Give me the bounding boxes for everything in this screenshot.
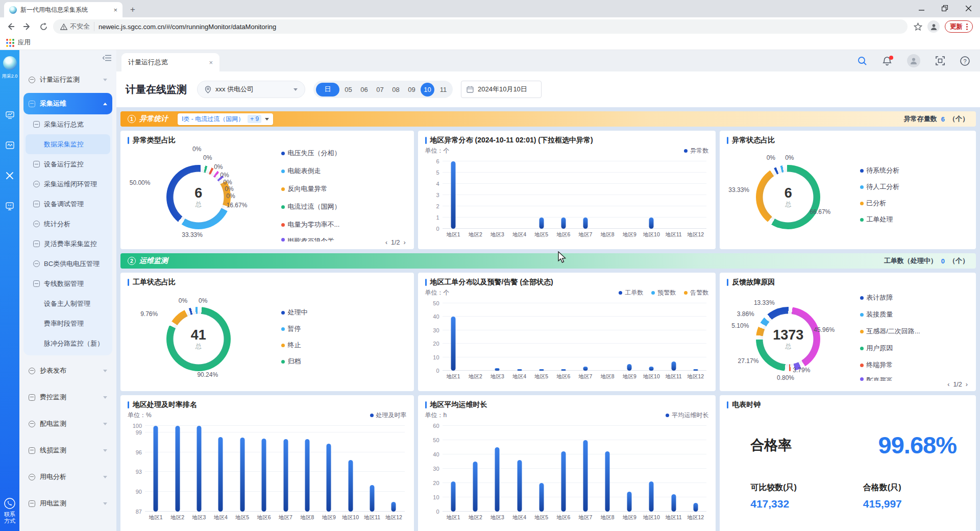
menu-item-icon — [33, 280, 40, 287]
fullscreen-icon[interactable] — [936, 56, 945, 65]
sidebar-item-1[interactable]: 数据采集监控 — [26, 134, 110, 154]
date-tab-08[interactable]: 08 — [389, 83, 403, 96]
date-tab-09[interactable]: 09 — [405, 83, 419, 96]
bookmark-star-icon[interactable] — [914, 22, 922, 31]
app-tab-active[interactable]: 计量运行总览 × — [121, 53, 219, 71]
sidebar-item-10[interactable]: 费率时段管理 — [26, 313, 110, 333]
date-tab-10[interactable]: 10 — [421, 83, 434, 96]
sidebar-item-0[interactable]: 采集运行总览 — [26, 114, 110, 134]
address-bar[interactable]: 不安全 neweic.js.sgcc.com.cn/#/com/runningM… — [53, 19, 908, 34]
rail-device-icon[interactable] — [6, 141, 14, 149]
donut-total-label: 总 — [785, 342, 791, 351]
date-tab-group: 日 05060708091011 — [313, 81, 453, 98]
apps-grid-icon[interactable] — [6, 39, 14, 47]
panel-fault-reason: 反馈故障原因 1373总13.33%3.86%5.10%27.17%0.80%3… — [720, 273, 976, 391]
bar-slot — [597, 161, 619, 229]
bar-地区12 — [693, 503, 698, 512]
rail-monitor-icon[interactable] — [6, 111, 14, 119]
bars — [443, 161, 707, 229]
refresh-icon[interactable] — [37, 20, 50, 33]
y-tick-label: 5 — [425, 170, 439, 176]
panel-title: 异常状态占比 — [732, 136, 775, 145]
search-icon[interactable] — [857, 56, 867, 66]
sidebar-item-11[interactable]: 脉冲分路监控（新） — [26, 333, 110, 353]
sidebar-group-metering-monitor[interactable]: 计量运行监测 — [23, 67, 112, 92]
date-tab-day[interactable]: 日 — [316, 83, 339, 96]
y-tick-label: 10 — [425, 354, 439, 360]
contact-block[interactable]: 联系方式 — [4, 498, 16, 525]
company-select[interactable]: xxx 供电公司 — [197, 81, 305, 98]
sidebar-group-4[interactable]: 用电分析 — [23, 464, 112, 490]
donut-total-value: 1373 — [773, 327, 803, 342]
legend-item: 互感器/二次回路... — [860, 327, 967, 336]
browser-profile-avatar[interactable] — [927, 20, 940, 33]
browser-tab[interactable]: 新一代用电信息采集系统 × — [4, 2, 122, 17]
help-icon[interactable]: ? — [960, 56, 970, 66]
forward-icon[interactable] — [20, 20, 34, 33]
sidebar-item-9[interactable]: 设备主人制管理 — [26, 294, 110, 313]
bookmark-apps-label[interactable]: 应用 — [18, 38, 31, 47]
date-picker[interactable]: 2024年10月10日 — [461, 81, 542, 98]
donut-percent-label: 50.00% — [130, 179, 151, 186]
pager-next-icon[interactable]: › — [403, 239, 405, 246]
sidebar-item-6[interactable]: 灵活费率采集监控 — [26, 234, 110, 254]
pager-next-icon[interactable]: › — [966, 381, 968, 388]
back-icon[interactable] — [4, 20, 17, 33]
sidebar-group-3[interactable]: 线损监测 — [23, 437, 112, 464]
unit-label: 单位：% — [128, 411, 152, 420]
bar-地区11 — [370, 485, 375, 512]
user-avatar[interactable] — [907, 54, 920, 67]
date-tab-11[interactable]: 11 — [436, 83, 450, 96]
window-close-button[interactable] — [957, 0, 980, 16]
y-tick-label: 20 — [425, 341, 439, 347]
sidebar-item-7[interactable]: BC类供电电压管理 — [26, 254, 110, 274]
sidebar-group-collection-ops[interactable]: 采集运维 — [23, 93, 112, 114]
security-indicator[interactable]: 不安全 — [60, 22, 94, 31]
sidebar-group-5[interactable]: 用电监测 — [23, 490, 112, 517]
legend-dot — [281, 344, 285, 347]
pager-prev-icon[interactable]: ‹ — [385, 239, 387, 246]
x-tick-label: 地区5 — [530, 373, 552, 380]
donut-percent-label: 27.17% — [738, 357, 759, 365]
donut-total-label: 总 — [195, 342, 202, 351]
sidebar-item-3[interactable]: 采集运维闭环管理 — [26, 174, 110, 194]
bar-地区8 — [305, 439, 309, 512]
pager-prev-icon[interactable]: ‹ — [947, 381, 949, 388]
bar-slot — [443, 161, 464, 229]
donut-center: 1373总 — [763, 313, 814, 364]
bar-地区7 — [583, 367, 588, 371]
window-restore-button[interactable] — [933, 0, 957, 16]
bar-slot — [145, 426, 166, 512]
sidebar-item-8[interactable]: 专线数据管理 — [26, 274, 110, 294]
window-minimize-button[interactable] — [910, 0, 933, 16]
collection-ops-icon — [29, 101, 35, 107]
sidebar-item-4[interactable]: 设备调试管理 — [26, 194, 110, 214]
sidebar-item-2[interactable]: 设备运行监控 — [26, 154, 110, 174]
date-tab-05[interactable]: 05 — [341, 83, 355, 96]
sidebar-group-0[interactable]: 抄表发布 — [23, 357, 112, 384]
sidebar-group-2[interactable]: 配电监测 — [23, 411, 112, 437]
bar-地区9 — [627, 364, 632, 371]
bar-地区4 — [517, 460, 522, 512]
new-tab-button[interactable]: + — [126, 3, 140, 17]
notification-bell[interactable] — [883, 56, 892, 66]
legend-label: 预警数 — [657, 288, 676, 297]
sidebar-group-1[interactable]: 费控监测 — [23, 384, 112, 411]
bar-slot — [508, 161, 530, 229]
rail-tools-icon[interactable] — [6, 172, 14, 180]
sidebar-item-label: 数据采集监控 — [44, 140, 84, 149]
rail-terminal-icon[interactable] — [6, 202, 14, 210]
date-tab-06[interactable]: 06 — [357, 83, 371, 96]
tab-close-icon[interactable]: × — [113, 6, 117, 14]
sidebar-collapse-icon[interactable] — [103, 54, 111, 63]
app-tab-close-icon[interactable]: × — [209, 59, 213, 66]
sidebar-item-5[interactable]: 统计分析 — [26, 214, 110, 234]
legend-label: 装接质量 — [866, 310, 893, 319]
date-tab-07[interactable]: 07 — [373, 83, 387, 96]
chrome-update-button[interactable]: 更新 — [945, 20, 973, 33]
donut-total-value: 6 — [785, 185, 792, 200]
exception-filter-select[interactable]: Ⅰ类 - 电流过流（国网） + 9 — [178, 113, 273, 125]
section1-title: 异常统计 — [139, 114, 168, 124]
donut-percent-label: 0% — [785, 154, 794, 161]
bar-地区1 — [154, 426, 158, 512]
